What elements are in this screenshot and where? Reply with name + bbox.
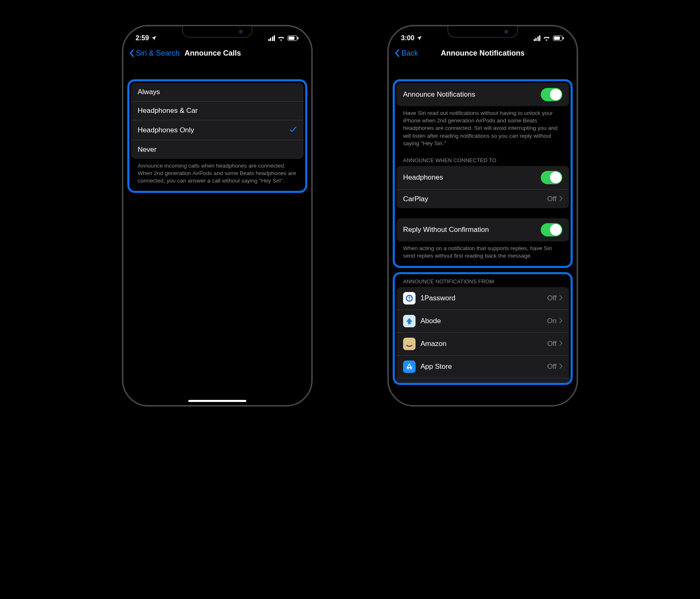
svg-rect-9: [409, 297, 410, 300]
row-reply-toggle[interactable]: Reply Without Confirmation: [396, 218, 569, 241]
carplay-value: Off: [547, 195, 557, 203]
app-name: Abode: [420, 317, 441, 325]
back-button[interactable]: Siri & Search: [129, 49, 180, 58]
location-icon: [151, 35, 157, 41]
option-always[interactable]: Always: [131, 83, 304, 102]
svg-rect-5: [563, 37, 564, 39]
svg-rect-1: [289, 37, 294, 40]
toggle-on[interactable]: [541, 171, 562, 184]
highlight-apps: ANNOUNCE NOTIFICATIONS FROM 1PasswordOff…: [393, 272, 573, 385]
announce-section: Announce Notifications: [396, 83, 569, 106]
app-value: Off: [547, 294, 557, 302]
reply-footer: When acting on a notification that suppo…: [396, 241, 569, 264]
row-carplay[interactable]: CarPlay Off: [396, 190, 569, 208]
apps-header: ANNOUNCE NOTIFICATIONS FROM: [396, 276, 569, 287]
options-section: Always Headphones & Car Headphones Only …: [131, 83, 304, 159]
nav-bar: Siri & Search Announce Calls: [123, 44, 311, 63]
chevron-right-icon: [559, 317, 562, 325]
highlight-announce-calls: Always Headphones & Car Headphones Only …: [127, 79, 307, 193]
apps-section: 1PasswordOffAbodeOnAmazonOffApp StoreOff…: [396, 287, 569, 385]
status-time: 3:00: [401, 34, 414, 42]
announce-footer: Have Siri read out notifications without…: [396, 106, 569, 151]
app-row[interactable]: AmazonOff: [396, 333, 569, 356]
connected-header: ANNOUNCE WHEN CONNECTED TO: [396, 151, 569, 166]
toggle-on[interactable]: [541, 223, 562, 236]
app-row[interactable]: App StoreOff: [396, 356, 569, 378]
app-name: Amazon: [420, 340, 446, 348]
app-icon: [403, 360, 416, 373]
app-icon: [403, 338, 416, 350]
option-headphones-car[interactable]: Headphones & Car: [131, 102, 304, 120]
device-notch: [182, 26, 253, 38]
option-headphones-only[interactable]: Headphones Only: [131, 120, 304, 140]
row-headphones[interactable]: Headphones: [396, 166, 569, 190]
svg-rect-4: [554, 37, 560, 40]
location-icon: [416, 35, 422, 41]
row-announce-toggle[interactable]: Announce Notifications: [396, 83, 569, 106]
phone-right: 3:00 Back Announce Notifications: [387, 25, 578, 407]
toggle-on[interactable]: [541, 88, 562, 101]
svg-rect-2: [297, 37, 299, 39]
app-icon: [403, 315, 416, 327]
nav-bar: Back Announce Notifications: [389, 44, 577, 63]
app-name: App Store: [420, 363, 452, 371]
reply-section: Reply Without Confirmation: [396, 218, 569, 241]
cellular-icon: [534, 35, 541, 41]
app-row[interactable]: AbodeOn: [396, 310, 569, 333]
battery-icon: [287, 35, 299, 41]
chevron-left-icon: [129, 49, 134, 57]
app-row[interactable]: Apple StoreOff: [396, 378, 569, 385]
phone-left: 2:59 Siri & Search Announce Calls Alw: [122, 25, 313, 407]
checkmark-icon: [289, 125, 297, 135]
page-title: Announce Notifications: [441, 49, 525, 58]
wifi-icon: [543, 35, 550, 41]
app-value: On: [547, 317, 557, 325]
back-label: Back: [401, 49, 418, 58]
status-time: 2:59: [136, 34, 149, 42]
chevron-right-icon: [559, 195, 562, 203]
connected-section: Headphones CarPlay Off: [396, 166, 569, 208]
cellular-icon: [268, 35, 275, 41]
chevron-left-icon: [394, 49, 400, 57]
option-never[interactable]: Never: [131, 140, 304, 159]
app-icon: [403, 383, 416, 385]
wifi-icon: [277, 35, 285, 41]
app-value: Off: [547, 363, 557, 371]
app-value: Off: [547, 340, 557, 348]
app-icon: [403, 292, 416, 304]
options-footer: Announce incoming calls when headphones …: [131, 159, 304, 189]
chevron-right-icon: [559, 363, 562, 370]
device-notch: [447, 26, 518, 38]
app-row[interactable]: 1PasswordOff: [396, 287, 569, 310]
highlight-announce-notifications: Announce Notifications Have Siri read ou…: [393, 79, 573, 268]
battery-icon: [553, 35, 564, 41]
app-name: 1Password: [420, 294, 455, 302]
chevron-right-icon: [559, 340, 562, 348]
back-label: Siri & Search: [136, 49, 180, 58]
chevron-right-icon: [559, 295, 562, 302]
back-button[interactable]: Back: [394, 49, 418, 58]
page-title: Announce Calls: [185, 49, 241, 58]
home-indicator[interactable]: [188, 400, 246, 402]
